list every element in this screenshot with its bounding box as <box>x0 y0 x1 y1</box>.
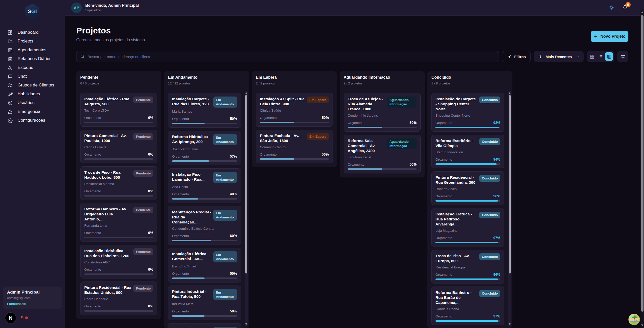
app-logo[interactable]: SGI <box>0 0 65 23</box>
scroll-up-arrow-icon[interactable] <box>509 92 511 94</box>
list-view-button[interactable] <box>596 52 605 61</box>
sidebar-item-label: Relatórios Diários <box>18 56 51 61</box>
project-title: Instalação Elétrica - Rua Augusta, 500 <box>84 97 131 107</box>
avatar[interactable]: AP <box>71 3 82 13</box>
budget-percent: 94% <box>493 157 500 161</box>
filters-button[interactable]: Filtros <box>502 51 531 62</box>
column-scrollbar-thumb[interactable] <box>509 95 511 273</box>
project-title: Pintura Comercial - Av. Paulista, 1000 <box>84 133 131 143</box>
project-card[interactable]: Instalação Elétrica - Rua Augusta, 500Pe… <box>80 93 157 127</box>
project-title: Instalação Piso Laminado - Rua... <box>172 172 211 182</box>
progress-fill <box>260 158 294 160</box>
sort-arrows-icon <box>538 54 542 59</box>
progress-fill <box>172 198 198 200</box>
column-scrollbar[interactable] <box>508 91 511 326</box>
sidebar-item-habilidades[interactable]: Habilidades <box>8 91 65 97</box>
sidebar-item-label: Grupos de Clientes <box>18 83 54 88</box>
project-card[interactable]: Instalação de Carpete - Shopping Center … <box>431 93 504 132</box>
theme-toggle-sun-icon[interactable] <box>609 5 615 11</box>
scroll-up-arrow-icon[interactable] <box>641 11 643 13</box>
keyboard-shortcuts-button[interactable] <box>617 51 628 62</box>
project-card[interactable]: Pintura Comercial - Av. Paulista, 1000Pe… <box>80 130 157 163</box>
budget-label: Orçamento <box>435 121 452 125</box>
project-card[interactable]: Instalação Hidráulica - Rua dos Pinheiro… <box>80 245 157 278</box>
project-card[interactable]: Instalação Elétrica - Rua Pedroso Alvare… <box>431 208 504 247</box>
sidebar-item-relatorios-diarios[interactable]: Relatórios Diários <box>8 56 65 62</box>
project-client: Residencial Europa <box>435 265 500 269</box>
wrench-icon <box>8 91 13 97</box>
progress-fill <box>435 127 499 128</box>
project-card[interactable]: Instalação Carpete - Rua das Flores, 123… <box>168 93 241 128</box>
progress-bar <box>260 158 329 160</box>
logout-button[interactable]: Sair <box>21 315 28 320</box>
project-card[interactable]: Reforma Sala Comercial - Av. Angélica, 2… <box>344 135 421 173</box>
project-card[interactable]: Reforma Hidráulica - Av. Ipiranga, 200Em… <box>168 131 241 165</box>
sort-dropdown[interactable]: Mais Recentes <box>534 51 584 62</box>
sidebar-item-chat[interactable]: Chat <box>8 74 65 79</box>
scroll-down-arrow-icon[interactable] <box>641 324 643 326</box>
page-scrollbar-thumb[interactable] <box>641 15 643 312</box>
project-card[interactable]: Reforma Escritório - Vila OlímpiaConcluí… <box>431 135 504 168</box>
column-scrollbar[interactable] <box>245 91 248 326</box>
kanban-view-button[interactable] <box>605 52 613 61</box>
budget-label: Orçamento <box>172 117 189 121</box>
scroll-down-arrow-icon[interactable] <box>245 323 247 325</box>
status-badge: Em Espera <box>307 133 329 140</box>
project-card[interactable]: Instalação Piso Laminado - Rua...Em Anda… <box>168 168 241 203</box>
sidebar-item-projetos[interactable]: Projetos <box>8 38 65 44</box>
scroll-up-arrow-icon[interactable] <box>245 92 247 94</box>
sidebar-item-usuarios[interactable]: Usuários <box>8 100 65 106</box>
progress-bar <box>348 168 417 170</box>
sidebar-item-agendamentos[interactable]: Agendamentos <box>8 47 65 53</box>
project-title: Manutenção Predial - Rua da Consolação,.… <box>172 210 211 225</box>
project-card[interactable]: Reforma Banheiro - Av. Brigadeiro Luís A… <box>80 203 157 242</box>
grid-view-button[interactable] <box>588 52 596 61</box>
scroll-down-arrow-icon[interactable] <box>509 323 511 325</box>
project-card[interactable]: Pintura Residencial - Rua Estados Unidos… <box>80 282 157 315</box>
sidebar-item-estoque[interactable]: Estoque <box>8 65 65 70</box>
project-card[interactable]: Reforma Banheiro - Rua Barão de Capanema… <box>431 287 504 325</box>
project-card[interactable]: Pintura Residencial - Rua Groenlândia, 3… <box>431 171 504 205</box>
sidebar-item-emergencia[interactable]: Emergência <box>8 109 65 114</box>
status-badge: Concluído <box>479 253 500 260</box>
sidebar-item-configuracoes[interactable]: Configurações <box>8 118 65 123</box>
sidebar-item-label: Estoque <box>18 65 33 70</box>
column-scrollbar-thumb[interactable] <box>245 95 247 273</box>
project-card[interactable]: Pintura Industrial - Rua Tutoia, 500Em A… <box>168 286 241 320</box>
budget-percent: 96% <box>493 194 500 198</box>
project-card[interactable]: Pintura Fachada - Av. São João, 1800Em E… <box>256 130 333 163</box>
budget-percent: 50% <box>410 121 417 125</box>
project-client: Escritório Legal <box>348 155 417 159</box>
project-card[interactable]: Instalação Ar Split - Rua Bela Cintra, 9… <box>256 93 333 127</box>
project-client: Residencial Moema <box>84 182 153 186</box>
project-client: Roberto Alves <box>435 187 500 191</box>
project-title: Reforma Banheiro - Rua Barão de Capanema… <box>435 290 477 305</box>
funnel-icon <box>507 54 511 59</box>
island-floating-button[interactable] <box>628 313 640 326</box>
progress-bar <box>172 198 237 200</box>
project-card[interactable]: Troca de Azulejos - Rua Alameda Franca, … <box>344 93 421 132</box>
kanban-column-em-espera: Em Espera2 / 2 projetosInstalação Ar Spl… <box>252 71 337 167</box>
project-card[interactable]: Manutenção Predial - Rua da Consolação,.… <box>168 206 241 245</box>
project-title: Pintura Residencial - Rua Estados Unidos… <box>84 285 131 295</box>
search-icon <box>80 54 85 59</box>
progress-fill <box>172 123 205 124</box>
new-project-button[interactable]: Novo Projeto <box>591 31 628 42</box>
sidebar-item-dashboard[interactable]: Dashboard <box>8 30 65 35</box>
sidebar-item-grupos-de-clientes[interactable]: Grupos de Clientes <box>8 82 65 88</box>
budget-label: Orçamento <box>172 155 189 158</box>
progress-bar <box>348 127 417 128</box>
project-card[interactable]: Troca de Carpete - Al. Santos, 2000Em An… <box>168 323 241 328</box>
status-badge: Pendente <box>133 170 153 177</box>
project-card[interactable]: Troca de Piso - Av. Europa, 800Concluído… <box>431 250 504 284</box>
project-client: Comércio Centro <box>260 145 329 149</box>
project-card[interactable]: Troca de Piso - Rua Haddock Lobo, 600Pen… <box>80 166 157 200</box>
project-card[interactable]: Instalação Elétrica Comercial - Av....Em… <box>168 248 241 283</box>
sidebar-item-label: Configurações <box>18 118 45 123</box>
budget-percent: 0% <box>148 304 153 308</box>
view-toggle-group <box>587 51 614 62</box>
nextjs-dev-button[interactable]: N <box>5 312 16 323</box>
page-scrollbar[interactable] <box>640 10 644 328</box>
search-input[interactable] <box>76 51 499 62</box>
notifications-button[interactable]: 5 <box>622 4 628 11</box>
